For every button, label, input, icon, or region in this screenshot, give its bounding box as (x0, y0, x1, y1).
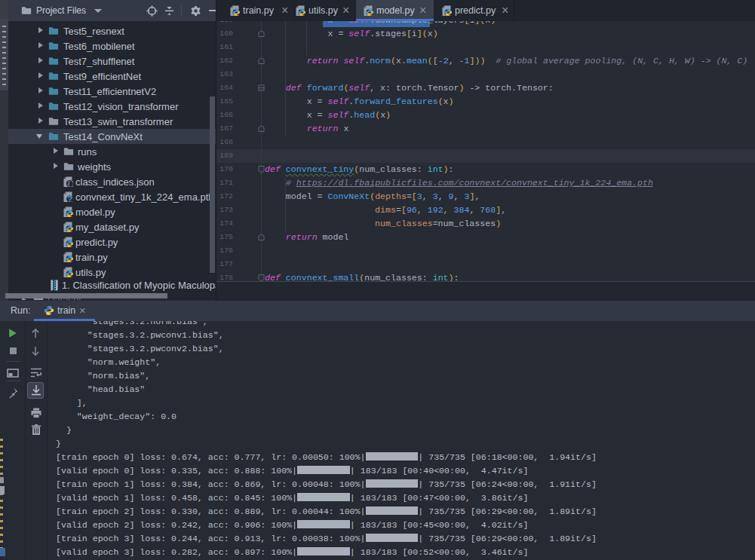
svg-text:?: ? (67, 194, 72, 202)
svg-text:{): {) (66, 179, 73, 187)
